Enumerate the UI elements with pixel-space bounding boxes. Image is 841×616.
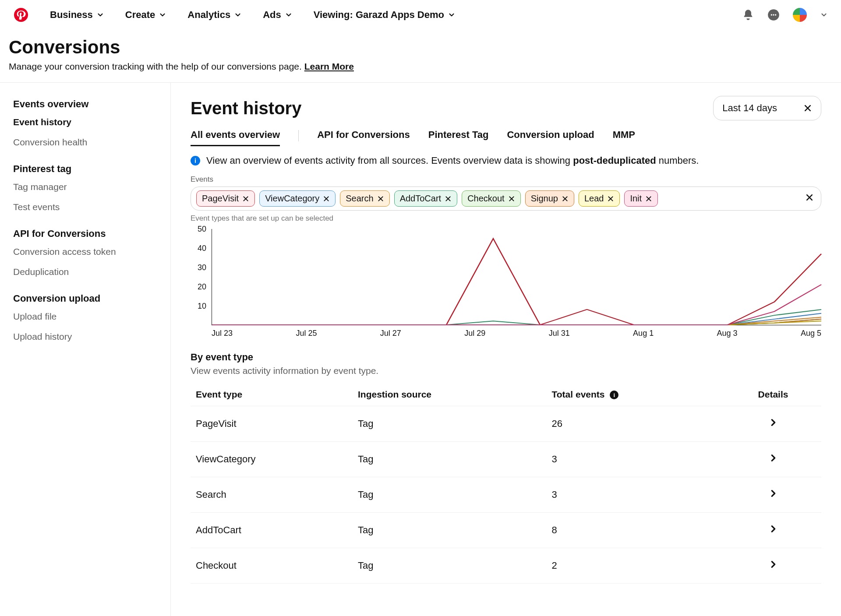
sidebar-item[interactable]: Upload file bbox=[13, 311, 157, 322]
nav-viewing[interactable]: Viewing: Garazd Apps Demo bbox=[314, 9, 456, 21]
events-label: Events bbox=[191, 175, 821, 184]
close-icon[interactable] bbox=[508, 195, 515, 202]
main: Event history Last 14 days All events ov… bbox=[171, 83, 841, 616]
tab[interactable]: Conversion upload bbox=[507, 129, 594, 146]
table-row: ViewCategoryTag3 bbox=[191, 442, 821, 477]
cell-total: 3 bbox=[547, 442, 725, 477]
bell-icon[interactable] bbox=[742, 9, 754, 21]
clear-chips[interactable] bbox=[803, 191, 816, 206]
svg-point-3 bbox=[773, 14, 774, 15]
sidebar-item[interactable]: Conversion access token bbox=[13, 246, 157, 257]
x-tick: Jul 29 bbox=[464, 329, 485, 338]
table-row: CheckoutTag2 bbox=[191, 548, 821, 584]
close-icon[interactable] bbox=[377, 195, 384, 202]
avatar[interactable] bbox=[793, 8, 807, 22]
learn-more-link[interactable]: Learn More bbox=[304, 61, 354, 71]
series-line bbox=[212, 239, 821, 325]
by-event-subtitle: View events activity information by even… bbox=[191, 366, 821, 376]
info-text-bold: post-deduplicated bbox=[573, 155, 656, 166]
event-chip[interactable]: AddToCart bbox=[394, 190, 458, 207]
chevron-down-icon bbox=[96, 11, 104, 19]
sidebar-item[interactable]: Conversion health bbox=[13, 137, 157, 148]
chat-icon[interactable] bbox=[767, 9, 780, 21]
event-chip[interactable]: Search bbox=[340, 190, 389, 207]
y-tick: 50 bbox=[198, 225, 206, 234]
nav-item-analytics[interactable]: Analytics bbox=[187, 9, 242, 21]
tab[interactable]: API for Conversions bbox=[317, 129, 410, 146]
y-tick: 30 bbox=[198, 263, 206, 272]
chevron-right-icon bbox=[768, 524, 778, 534]
cell-details[interactable] bbox=[725, 406, 821, 442]
close-icon[interactable] bbox=[607, 195, 614, 202]
cell-details[interactable] bbox=[725, 477, 821, 513]
table-col-header: Ingestion source bbox=[353, 383, 547, 406]
nav-item-label: Business bbox=[50, 9, 93, 21]
sidebar-item[interactable]: Tag manager bbox=[13, 182, 157, 192]
cell-event-type: AddToCart bbox=[191, 513, 353, 548]
sidebar-item[interactable]: Test events bbox=[13, 202, 157, 212]
x-tick: Jul 31 bbox=[549, 329, 570, 338]
chip-label: ViewCategory bbox=[265, 194, 319, 204]
nav-viewing-prefix: Viewing: bbox=[314, 9, 356, 20]
event-chip[interactable]: Checkout bbox=[462, 190, 521, 207]
table-col-header: Event type bbox=[191, 383, 353, 406]
tab[interactable]: Pinterest Tag bbox=[428, 129, 489, 146]
event-chip[interactable]: Init bbox=[624, 190, 658, 207]
cell-details[interactable] bbox=[725, 442, 821, 477]
tab[interactable]: All events overview bbox=[191, 129, 280, 146]
close-icon bbox=[805, 193, 814, 202]
pinterest-logo[interactable] bbox=[13, 7, 29, 23]
chip-label: PageVisit bbox=[202, 194, 239, 204]
event-chip[interactable]: PageVisit bbox=[196, 190, 255, 207]
nav-item-business[interactable]: Business bbox=[50, 9, 104, 21]
close-icon[interactable] bbox=[445, 195, 452, 202]
info-icon[interactable]: i bbox=[610, 391, 618, 399]
nav-item-create[interactable]: Create bbox=[125, 9, 166, 21]
svg-point-2 bbox=[771, 14, 772, 15]
close-icon[interactable] bbox=[645, 195, 652, 202]
event-table: Event typeIngestion sourceTotal events i… bbox=[191, 383, 821, 584]
table-row: PageVisitTag26 bbox=[191, 406, 821, 442]
sidebar-item[interactable]: Upload history bbox=[13, 331, 157, 342]
sidebar-item[interactable]: Event history bbox=[13, 117, 157, 127]
chip-label: AddToCart bbox=[400, 194, 442, 204]
x-tick: Aug 5 bbox=[801, 329, 821, 338]
chip-label: Init bbox=[630, 194, 642, 204]
svg-point-4 bbox=[775, 14, 776, 15]
date-range-picker[interactable]: Last 14 days bbox=[713, 96, 821, 120]
cell-total: 2 bbox=[547, 548, 725, 584]
table-row: SearchTag3 bbox=[191, 477, 821, 513]
tab[interactable]: MMP bbox=[613, 129, 635, 146]
x-tick: Aug 3 bbox=[717, 329, 738, 338]
table-row: AddToCartTag8 bbox=[191, 513, 821, 548]
close-icon[interactable] bbox=[242, 195, 249, 202]
sidebar-heading: Pinterest tag bbox=[13, 163, 157, 175]
nav-item-label: Create bbox=[125, 9, 155, 21]
nav-item-ads[interactable]: Ads bbox=[263, 9, 293, 21]
cell-event-type: Checkout bbox=[191, 548, 353, 584]
event-chip[interactable]: ViewCategory bbox=[259, 190, 336, 207]
events-filter[interactable]: PageVisitViewCategorySearchAddToCartChec… bbox=[191, 187, 821, 211]
cell-details[interactable] bbox=[725, 513, 821, 548]
events-hint: Event types that are set up can be selec… bbox=[191, 214, 821, 223]
nav-item-label: Ads bbox=[263, 9, 281, 21]
x-tick: Jul 25 bbox=[296, 329, 317, 338]
chevron-down-icon[interactable] bbox=[820, 11, 828, 19]
event-chip[interactable]: Signup bbox=[525, 190, 574, 207]
y-tick: 10 bbox=[198, 302, 206, 311]
info-banner: i View an overview of events activity fr… bbox=[191, 155, 821, 166]
chevron-right-icon bbox=[768, 418, 778, 427]
cell-details[interactable] bbox=[725, 548, 821, 584]
sidebar-item[interactable]: Deduplication bbox=[13, 267, 157, 277]
tab-bar: All events overviewAPI for ConversionsPi… bbox=[191, 129, 821, 146]
info-text: View an overview of events activity from… bbox=[206, 155, 573, 166]
nav-item-label: Analytics bbox=[187, 9, 230, 21]
page-subtitle: Manage your conversion tracking with the… bbox=[9, 61, 832, 72]
cell-total: 3 bbox=[547, 477, 725, 513]
top-nav: BusinessCreateAnalyticsAds Viewing: Gara… bbox=[0, 0, 841, 30]
close-icon[interactable] bbox=[562, 195, 569, 202]
event-chip[interactable]: Lead bbox=[579, 190, 620, 207]
x-tick: Aug 1 bbox=[633, 329, 654, 338]
close-icon[interactable] bbox=[803, 104, 812, 113]
close-icon[interactable] bbox=[323, 195, 330, 202]
